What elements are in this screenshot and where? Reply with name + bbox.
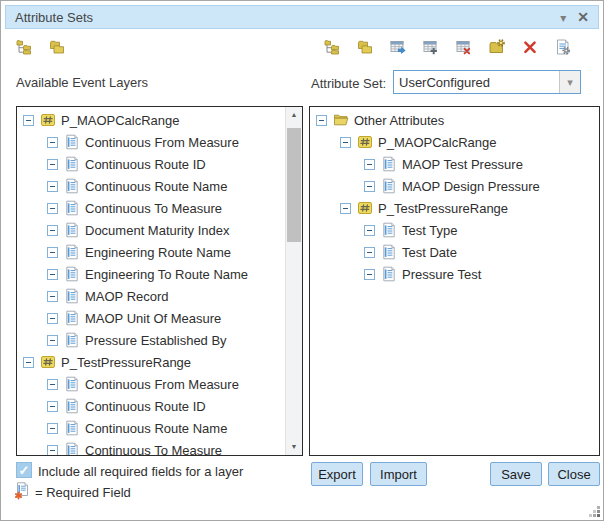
tree-row[interactable]: Other Attributes	[310, 109, 599, 131]
tree-row[interactable]: Continuous From Measure	[17, 373, 285, 395]
collapse-caret-icon[interactable]	[560, 9, 566, 25]
tree-row[interactable]: Continuous To Measure	[17, 439, 285, 456]
collapse-minus-icon[interactable]	[364, 181, 375, 192]
folder-icon	[333, 112, 349, 128]
attribute-set-combobox-value: UserConfigured	[394, 75, 559, 90]
collapse-minus-icon[interactable]	[47, 137, 58, 148]
tree-hierarchy-button[interactable]	[16, 37, 36, 57]
collapse-minus-icon[interactable]	[340, 203, 351, 214]
tree-item-label: Test Type	[402, 223, 457, 238]
tree-row[interactable]: MAOP Unit Of Measure	[17, 307, 285, 329]
tree-row[interactable]: MAOP Design Pressure	[310, 175, 599, 197]
table-arrow-button[interactable]	[390, 37, 410, 57]
tree-row[interactable]: Document Maturity Index	[17, 219, 285, 241]
dialog-title: Attribute Sets	[15, 10, 93, 25]
folder-gear-icon	[489, 39, 505, 55]
tree-row[interactable]: MAOP Record	[17, 285, 285, 307]
tree-row[interactable]: Pressure Test	[310, 263, 599, 285]
collapse-minus-icon[interactable]	[316, 115, 327, 126]
tree-item-label: Continuous Route Name	[85, 179, 227, 194]
document-gear-button[interactable]	[555, 37, 575, 57]
collapse-minus-icon[interactable]	[47, 423, 58, 434]
tree-row[interactable]: Pressure Established By	[17, 329, 285, 351]
close-button[interactable]: Close	[548, 462, 600, 486]
tree-item-label: P_MAOPCalcRange	[378, 135, 497, 150]
collapse-minus-icon[interactable]	[364, 225, 375, 236]
scroll-up-icon[interactable]	[286, 107, 302, 123]
toolbar	[16, 36, 575, 58]
collapse-minus-icon[interactable]	[47, 181, 58, 192]
collapse-minus-icon[interactable]	[47, 313, 58, 324]
table-plus-button[interactable]	[423, 37, 443, 57]
tree-item-label: MAOP Unit Of Measure	[85, 311, 221, 326]
toolbar-left-group	[16, 37, 69, 57]
tree-hierarchy-button[interactable]	[324, 37, 344, 57]
tree-row[interactable]: Continuous To Measure	[17, 197, 285, 219]
table-x-button[interactable]	[456, 37, 476, 57]
collapse-minus-icon[interactable]	[23, 357, 34, 368]
collapse-minus-icon[interactable]	[47, 291, 58, 302]
available-event-layers-panel: P_MAOPCalcRangeContinuous From MeasureCo…	[16, 106, 303, 456]
tree-item-label: Engineering To Route Name	[85, 267, 248, 282]
document-gear-icon	[555, 39, 571, 55]
table-x-icon	[456, 39, 472, 55]
collapse-minus-icon[interactable]	[364, 159, 375, 170]
toolbar-right-group	[324, 37, 575, 57]
scrollbar-thumb[interactable]	[287, 128, 301, 242]
tree-row[interactable]: P_MAOPCalcRange	[17, 109, 285, 131]
tree-row[interactable]: Continuous Route Name	[17, 175, 285, 197]
include-required-fields-checkbox[interactable]	[16, 462, 32, 478]
field-icon	[64, 200, 80, 216]
attribute-set-combobox[interactable]: UserConfigured	[393, 70, 581, 94]
import-button[interactable]: Import	[370, 462, 427, 486]
tree-item-label: Engineering Route Name	[85, 245, 231, 260]
tree-row[interactable]: P_TestPressureRange	[17, 351, 285, 373]
collapse-minus-icon[interactable]	[340, 137, 351, 148]
layer-icon	[40, 112, 56, 128]
collapse-minus-icon[interactable]	[47, 269, 58, 280]
collapse-minus-icon[interactable]	[364, 247, 375, 258]
table-plus-icon	[423, 39, 439, 55]
tree-row[interactable]: Continuous Route ID	[17, 153, 285, 175]
scroll-down-icon[interactable]	[286, 439, 302, 455]
tree-row[interactable]: Test Type	[310, 219, 599, 241]
vertical-scrollbar[interactable]	[285, 107, 302, 455]
folders-button[interactable]	[357, 37, 377, 57]
tree-row[interactable]: P_TestPressureRange	[310, 197, 599, 219]
tree-item-label: P_MAOPCalcRange	[61, 113, 180, 128]
collapse-minus-icon[interactable]	[364, 269, 375, 280]
field-icon	[64, 134, 80, 150]
attribute-set-panel: Other AttributesP_MAOPCalcRangeMAOP Test…	[309, 106, 600, 456]
layer-icon	[357, 200, 373, 216]
collapse-minus-icon[interactable]	[47, 445, 58, 456]
tree-row[interactable]: Continuous Route Name	[17, 417, 285, 439]
save-button[interactable]: Save	[490, 462, 542, 486]
tree-row[interactable]: Engineering Route Name	[17, 241, 285, 263]
export-button[interactable]: Export	[311, 462, 363, 486]
close-icon[interactable]	[577, 9, 589, 25]
tree-row[interactable]: P_MAOPCalcRange	[310, 131, 599, 153]
tree-row[interactable]: MAOP Test Pressure	[310, 153, 599, 175]
folders-button[interactable]	[49, 37, 69, 57]
tree-hierarchy-icon	[16, 39, 32, 55]
collapse-minus-icon[interactable]	[47, 335, 58, 346]
tree-item-label: Continuous Route ID	[85, 399, 206, 414]
delete-x-button[interactable]	[522, 37, 542, 57]
tree-row[interactable]: Test Date	[310, 241, 599, 263]
tree-row[interactable]: Engineering To Route Name	[17, 263, 285, 285]
combobox-dropdown-icon[interactable]	[559, 71, 580, 93]
folder-gear-button[interactable]	[489, 37, 509, 57]
collapse-minus-icon[interactable]	[47, 401, 58, 412]
collapse-minus-icon[interactable]	[47, 225, 58, 236]
table-arrow-icon	[390, 39, 406, 55]
collapse-minus-icon[interactable]	[47, 247, 58, 258]
tree-row[interactable]: Continuous From Measure	[17, 131, 285, 153]
tree-row[interactable]: Continuous Route ID	[17, 395, 285, 417]
collapse-minus-icon[interactable]	[23, 115, 34, 126]
resize-grip-icon[interactable]	[588, 505, 601, 518]
collapse-minus-icon[interactable]	[47, 159, 58, 170]
collapse-minus-icon[interactable]	[47, 379, 58, 390]
include-required-fields-label: Include all required fields for a layer	[38, 464, 243, 479]
collapse-minus-icon[interactable]	[47, 203, 58, 214]
attribute-sets-dialog: Attribute Sets Available Event Layers At…	[0, 0, 604, 521]
